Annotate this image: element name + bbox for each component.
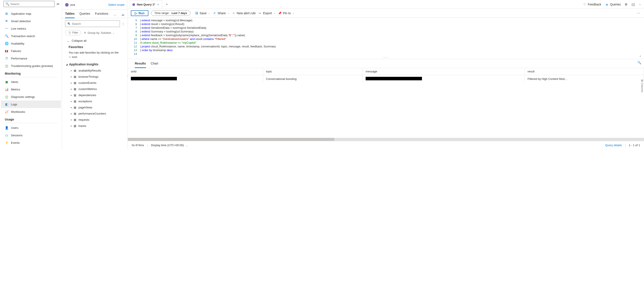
results-search-icon[interactable]: 🔍	[638, 61, 641, 64]
chevron-down-icon: ⌄	[208, 12, 210, 14]
table-traces[interactable]: ▸▦traces	[62, 123, 128, 129]
table-customEvents[interactable]: ▸▦customEvents	[62, 80, 128, 86]
table-pageViews[interactable]: ▸▦pageViews	[62, 104, 128, 110]
sidebar-item-availability[interactable]: 🌐Availability	[1, 40, 61, 47]
add-tab-button[interactable]: ＋	[163, 1, 171, 7]
sidebar-item-smart-detection[interactable]: 👁Smart detection	[1, 17, 61, 25]
table-dependencies[interactable]: ▸▦dependencies	[62, 92, 128, 98]
sidebar-item-events[interactable]: ⚡Events	[1, 139, 61, 146]
column-header-topic[interactable]: topic	[263, 68, 362, 75]
settings-icon[interactable]: ⚙	[625, 3, 628, 6]
sidebar-search-input[interactable]	[10, 3, 52, 6]
results-grid[interactable]: onIdtopicmessageresult Conversational bo…	[128, 68, 644, 83]
export-button[interactable]: ↦Export⌄	[258, 12, 275, 15]
table-availabilityResults[interactable]: ▸▦availabilityResults	[62, 67, 128, 74]
bulb-icon	[132, 3, 135, 6]
sidebar-item-alerts[interactable]: ▣Alerts	[1, 78, 61, 86]
panel-collapse-icon[interactable]: ≪	[122, 14, 124, 17]
sidebar-search-box[interactable]: 🔍	[4, 1, 54, 7]
column-header-message[interactable]: message	[362, 68, 524, 75]
scope-name: pva	[70, 3, 106, 6]
expand-icon: ▸	[71, 69, 72, 72]
close-tab-icon[interactable]: ×	[157, 3, 160, 6]
scrollbar-thumb[interactable]	[128, 138, 334, 141]
run-button[interactable]: ▷ Run	[131, 10, 148, 16]
time-range-picker[interactable]: Time range : Last 7 days	[151, 10, 190, 16]
pagination-text: 1 - 1 of 1	[629, 144, 640, 147]
sidebar-item-label: Sessions	[11, 134, 22, 137]
export-label: Export	[263, 12, 272, 15]
collapse-all-button[interactable]: ⎵ Collapse all	[62, 36, 128, 44]
pin-icon: 📌	[278, 12, 282, 15]
collapse-editor-icon[interactable]: ⌃	[639, 55, 642, 58]
sidebar-item-performance[interactable]: ⏱Performance	[1, 55, 61, 62]
panel-more-icon[interactable]: ⋯	[114, 14, 116, 17]
sidebar-item-label: Troubleshooting guides (preview)	[11, 64, 53, 68]
table-row[interactable]: Conversational boostingFiltered by High …	[128, 75, 644, 83]
book-icon[interactable]: ▯▯	[632, 3, 635, 6]
column-header-result[interactable]: result	[524, 68, 644, 75]
table-icon: ▦	[74, 106, 77, 109]
share-button[interactable]: ↗Share⌄	[212, 12, 229, 15]
user-icon: 👤	[5, 126, 8, 130]
table-browserTimings[interactable]: ▸▦browserTimings	[62, 74, 128, 80]
table-group-header[interactable]: ◢ Application Insights	[62, 61, 128, 67]
sidebar-item-live-metrics[interactable]: 〰Live metrics	[1, 25, 61, 32]
sidebar-item-transaction-search[interactable]: 🔍Transaction search	[1, 32, 61, 40]
sidebar-collapse-icon[interactable]: ≪	[56, 2, 60, 6]
tables-search-input[interactable]	[72, 22, 118, 26]
expand-icon: ▸	[71, 88, 72, 90]
collapse-all-icon: ⎵	[66, 39, 70, 42]
chevron-down-icon: ⌄	[274, 12, 276, 14]
results-tab-chart[interactable]: Chart	[151, 62, 158, 68]
toolbar-more-icon[interactable]: ⋯	[636, 11, 641, 15]
pin-button[interactable]: 📌Pin to⌄	[278, 12, 294, 15]
column-header-onId[interactable]: onId	[128, 68, 263, 75]
tables-tab-queries[interactable]: Queries	[79, 12, 90, 18]
new-alert-button[interactable]: ＋New alert rule	[232, 12, 256, 15]
chevron-down-icon: ⌄	[112, 32, 114, 34]
top-chevron-down-icon[interactable]: ⌄	[639, 3, 641, 6]
filter-pill[interactable]: ▽ Filter	[65, 30, 81, 35]
search-icon: 🔍	[5, 34, 8, 38]
usage-header: Usage	[1, 115, 61, 122]
editor-results-divider[interactable]: ● ● ●⌃	[128, 57, 644, 59]
table-label: browserTimings	[78, 75, 98, 78]
logs-icon: ◧	[5, 103, 8, 106]
sidebar-item-label: Transaction search	[11, 35, 35, 38]
table-customMetrics[interactable]: ▸▦customMetrics	[62, 86, 128, 92]
filter-icon: ▽	[68, 31, 72, 35]
sidebar-item-logs[interactable]: ◧Logs	[1, 101, 61, 108]
save-button[interactable]: 🖫Save⌄	[195, 12, 210, 15]
table-requests[interactable]: ▸▦requests	[62, 117, 128, 123]
sidebar-item-troubleshooting-guides-preview-[interactable]: ◫Troubleshooting guides (preview)	[1, 62, 61, 70]
sidebar-item-sessions[interactable]: 🗂Sessions	[1, 131, 61, 139]
columns-panel-handle[interactable]: ▥ Columns	[641, 79, 644, 92]
sidebar-item-diagnostic-settings[interactable]: ◫Diagnostic settings	[1, 93, 61, 101]
query-editor[interactable]: 567891011121314 | extend message = tostr…	[128, 18, 644, 57]
query-tab[interactable]: New Query 1* ×	[130, 1, 162, 8]
table-icon: ▦	[74, 100, 77, 103]
sidebar-item-application-map[interactable]: ⊞Application map	[1, 10, 61, 17]
tables-search-box[interactable]: 🔍︎	[65, 21, 120, 27]
query-details-link[interactable]: Query details	[605, 144, 622, 147]
queries-button[interactable]: ≣Queries	[605, 3, 621, 6]
sidebar-item-users[interactable]: 👤Users	[1, 124, 61, 131]
display-time-dropdown[interactable]: Display time (UTC+00:00) ⌄	[151, 144, 188, 147]
sidebar-item-workbooks[interactable]: 📈Workbooks	[1, 108, 61, 115]
results-tab-results[interactable]: Results	[135, 62, 146, 68]
sidebar-item-failures[interactable]: ▮▮Failures	[1, 47, 61, 55]
sidebar-item-metrics[interactable]: 📊Metrics	[1, 86, 61, 93]
perf-icon: ⏱	[5, 57, 8, 60]
select-scope-link[interactable]: Select scope	[108, 3, 124, 6]
cell-topic: Conversational boosting	[263, 75, 362, 83]
tables-tab-functions[interactable]: Functions	[95, 12, 108, 18]
feedback-button[interactable]: ♡Feedback	[583, 3, 601, 6]
table-performanceCounters[interactable]: ▸▦performanceCounters	[62, 110, 128, 117]
group-by-dropdown[interactable]: ≡ Group by: Solution ⌄	[83, 31, 114, 35]
alert-icon: ▣	[5, 80, 8, 84]
table-exceptions[interactable]: ▸▦exceptions	[62, 98, 128, 104]
tables-search-more-icon[interactable]: ⋮	[122, 22, 124, 26]
tables-tab-tables[interactable]: Tables	[65, 12, 74, 18]
horizontal-scrollbar[interactable]	[128, 138, 644, 141]
